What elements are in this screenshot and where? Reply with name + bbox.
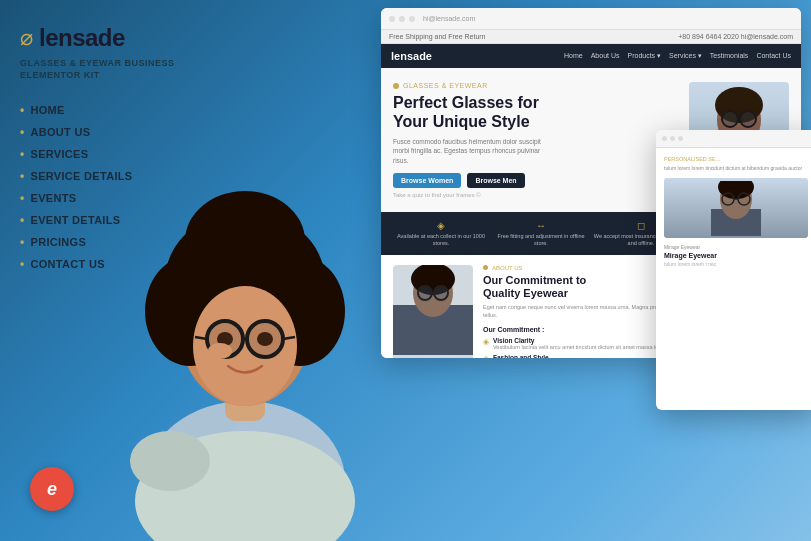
woman-photo [110,61,390,541]
site-brand-text: lensade [391,50,432,62]
woman-illustration [110,61,380,541]
browse-women-button[interactable]: Browse Women [393,173,461,188]
check-icon-1: ◉ [483,338,489,351]
hero-badge: GLASSES & EYEWEAR [393,82,679,89]
feature-item-1: ◈ Available at each collect in our 1000 … [391,220,491,247]
hero-content: GLASSES & EYEWEAR Perfect Glasses for Yo… [393,82,679,198]
svg-point-19 [130,431,210,491]
nav-link-home: Home [564,52,583,60]
site-navigation: lensade Home About Us Products ▾ Service… [381,44,801,68]
store-icon: ◈ [391,220,491,231]
feature-text-2: Free fitting and adjustment in offline s… [491,233,591,247]
svg-point-6 [185,191,305,291]
nav-link-testimonials: Testimonials [710,52,749,60]
check-icon-2: ◉ [483,355,489,358]
about-image [393,265,473,358]
b2-dot-3 [678,136,683,141]
svg-point-16 [257,332,273,346]
b2-dot-2 [670,136,675,141]
about-badge-text: ABOUT US [492,265,523,271]
browser-dot-2 [399,16,405,22]
secondary-person-illustration [706,181,766,236]
secondary-item-title: Mirage Eyewear [664,252,808,259]
svg-point-17 [208,343,232,359]
nav-link-about: About Us [591,52,620,60]
commitment-content-2: Fashion and Style Vestibulum lacinia vel… [493,354,652,358]
hero-description: Fusce commodo faucibus helmentum dolor s… [393,137,553,164]
about-badge-dot [483,265,488,270]
secondary-browser-content: Personalised Se... tulum lorem lorem tin… [656,148,811,276]
b2-dot-1 [662,136,667,141]
browser-announcement: Free Shipping and Free Return +80 894 64… [381,30,801,44]
browser-address-bar: hi@lensade.com [381,8,801,30]
nav-link-products: Products ▾ [627,52,661,60]
fitting-icon: ↔ [491,220,591,231]
hero-badge-text: GLASSES & EYEWEAR [403,82,488,89]
hero-title: Perfect Glasses for Your Unique Style [393,93,679,131]
brand-logo: ⌀ lensade [20,24,180,52]
secondary-person-tag: Mirage Eyewear [664,244,808,250]
secondary-browser-bar [656,130,811,148]
about-person-illustration [393,265,473,355]
secondary-subtitle: Personalised Se... [664,156,808,162]
svg-point-34 [419,287,431,299]
nav-link-contact: Contact Us [756,52,791,60]
secondary-item-desc: tulum lorem lorem t nec [664,261,808,268]
site-nav-links: Home About Us Products ▾ Services ▾ Test… [564,52,791,60]
browser-url: hi@lensade.com [423,15,475,22]
logo-text: lensade [39,24,125,52]
feature-item-2: ↔ Free fitting and adjustment in offline… [491,220,591,247]
glasses-icon: ⌀ [20,27,33,49]
secondary-person-image [664,178,808,238]
svg-point-27 [741,112,755,126]
hero-buttons: Browse Women Browse Men [393,173,679,188]
find-frame-link: Take a quiz to find your frames © [393,192,679,198]
commitment-content-1: Vision Clarity Vestibulum lacinia velit … [493,337,669,351]
hero-badge-dot [393,83,399,89]
browser-dot-3 [409,16,415,22]
secondary-text: tulum lorem lorem tincidunt dictum at bi… [664,165,808,172]
nav-link-services: Services ▾ [669,52,702,60]
browser-dot-1 [389,16,395,22]
svg-point-35 [435,287,447,299]
browse-men-button[interactable]: Browse Men [467,173,524,188]
browser-mockup-secondary: Personalised Se... tulum lorem lorem tin… [656,130,811,410]
feature-text-1: Available at each collect in our 1000 st… [391,233,491,247]
elementor-badge: e [30,467,74,511]
svg-point-26 [723,112,737,126]
